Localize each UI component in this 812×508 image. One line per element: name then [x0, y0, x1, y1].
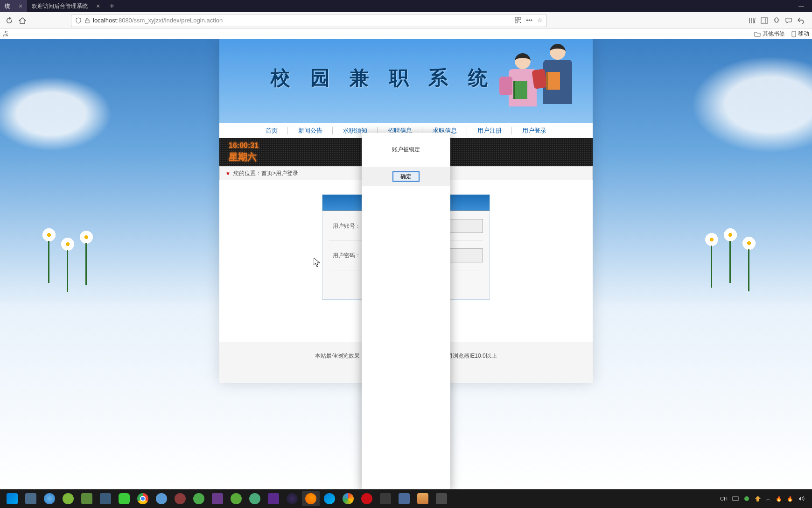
- breadcrumb-label: 您的位置：: [233, 169, 261, 177]
- chat-icon[interactable]: [785, 17, 792, 24]
- breadcrumb-current: 用户登录: [276, 169, 298, 177]
- more-icon[interactable]: •••: [526, 17, 532, 24]
- home-icon[interactable]: [18, 16, 27, 25]
- browser-tab-2[interactable]: 欢迎访问后台管理系统 ×: [27, 0, 105, 12]
- site-banner: 校 园 兼 职 系 统: [219, 39, 593, 123]
- mobile-bookmarks[interactable]: 移动: [791, 30, 809, 38]
- alert-modal: 账户被锁定 确定: [362, 133, 450, 489]
- flower-decoration: [700, 228, 775, 312]
- cloud-decoration: [0, 77, 112, 151]
- url-port: :8080: [117, 17, 132, 24]
- cloud-decoration: [691, 56, 812, 153]
- username-label: 用户账号：: [329, 222, 361, 230]
- svg-rect-4: [518, 21, 519, 21]
- svg-rect-0: [85, 20, 89, 23]
- bookmark-item[interactable]: 点: [3, 30, 8, 38]
- url-input[interactable]: localhost:8080/ssm_xyjzxt/index/preLogin…: [71, 14, 547, 27]
- flower-decoration: [37, 228, 112, 312]
- address-bar: localhost:8080/ssm_xyjzxt/index/preLogin…: [0, 12, 812, 29]
- bookmarks-bar: 点 其他书签 移动: [0, 29, 812, 39]
- library-icon[interactable]: [749, 17, 756, 24]
- password-label: 用户密码：: [329, 252, 361, 260]
- svg-rect-5: [520, 22, 521, 23]
- tab-title: 欢迎访问后台管理系统: [32, 2, 88, 10]
- page-background: 校 园 兼 职 系 统 首页 新闻公告 求职须知 招聘信息 求职信息 用户注册 …: [0, 39, 812, 489]
- qr-icon[interactable]: [515, 17, 521, 24]
- nav-home[interactable]: 首页: [255, 123, 288, 138]
- breadcrumb-home[interactable]: 首页: [261, 169, 273, 177]
- browser-tab-1[interactable]: 统 ×: [0, 0, 27, 12]
- nav-news[interactable]: 新闻公告: [288, 123, 333, 138]
- svg-rect-2: [518, 17, 521, 20]
- site-title: 校 园 兼 职 系 统: [271, 65, 495, 91]
- nav-login[interactable]: 用户登录: [512, 123, 557, 138]
- url-domain: localhost: [93, 17, 117, 24]
- close-icon[interactable]: ×: [96, 2, 100, 10]
- shield-icon: [75, 17, 82, 24]
- url-path: /ssm_xyjzxt/index/preLogin.action: [132, 17, 223, 24]
- sidebar-icon[interactable]: [761, 17, 768, 24]
- clock-time: 16:00:31: [229, 141, 259, 150]
- other-bookmarks[interactable]: 其他书签: [754, 30, 785, 38]
- modal-message: 账户被锁定: [362, 133, 450, 167]
- browser-tabs-bar: 统 × 欢迎访问后台管理系统 × + —: [0, 0, 812, 12]
- svg-rect-1: [515, 17, 518, 20]
- bookmark-star-icon[interactable]: ☆: [537, 17, 543, 24]
- extension-icon[interactable]: [773, 17, 780, 24]
- svg-rect-8: [792, 31, 796, 37]
- nav-register[interactable]: 用户注册: [467, 123, 512, 138]
- star-icon: ★: [225, 170, 231, 176]
- reload-icon[interactable]: [5, 16, 14, 25]
- svg-rect-3: [515, 21, 518, 23]
- lock-icon: [84, 18, 90, 23]
- students-illustration: [504, 39, 588, 123]
- modal-ok-button[interactable]: 确定: [392, 171, 420, 182]
- new-tab-button[interactable]: +: [105, 1, 119, 11]
- svg-rect-6: [761, 18, 768, 23]
- tab-title: 统: [5, 2, 10, 10]
- close-icon[interactable]: ×: [19, 2, 22, 10]
- undo-icon[interactable]: [797, 17, 805, 24]
- minimize-button[interactable]: —: [791, 0, 812, 12]
- breadcrumb-sep: >: [273, 170, 276, 176]
- clock-weekday: 星期六: [229, 151, 259, 163]
